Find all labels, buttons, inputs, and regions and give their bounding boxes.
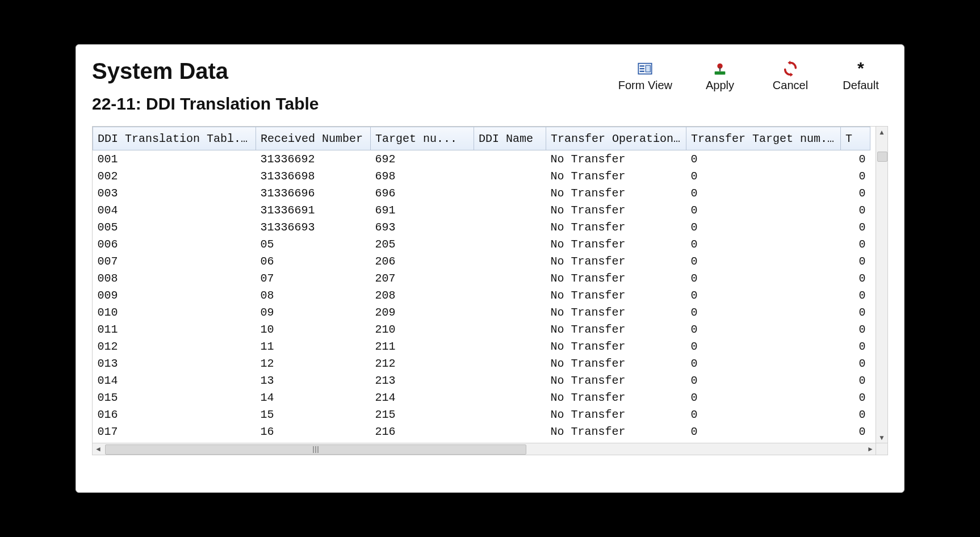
cell-ddi-name[interactable] bbox=[474, 406, 546, 423]
cell-transfer-target[interactable]: 0 bbox=[686, 304, 841, 321]
col-ddi-name[interactable]: DDI Name bbox=[474, 127, 546, 150]
table-row[interactable]: 01211211No Transfer00 bbox=[93, 338, 870, 355]
col-target-number[interactable]: Target nu... bbox=[371, 127, 474, 150]
cell-target-number[interactable]: 692 bbox=[371, 150, 474, 168]
table-row[interactable]: 01009209No Transfer00 bbox=[93, 304, 870, 321]
cell-t[interactable]: 0 bbox=[841, 372, 870, 389]
cell-target-number[interactable]: 698 bbox=[371, 167, 474, 184]
cell-t[interactable]: 0 bbox=[841, 270, 870, 287]
cell-transfer-op[interactable]: No Transfer bbox=[546, 236, 686, 253]
cell-received-number[interactable]: 12 bbox=[256, 355, 371, 372]
cell-t[interactable]: 0 bbox=[841, 406, 870, 423]
cell-target-number[interactable]: 215 bbox=[371, 406, 474, 423]
cell-target-number[interactable]: 213 bbox=[371, 372, 474, 389]
cell-ddi-index[interactable]: 009 bbox=[93, 287, 256, 304]
cell-ddi-name[interactable] bbox=[474, 389, 546, 406]
cell-ddi-index[interactable]: 011 bbox=[93, 321, 256, 338]
cell-received-number[interactable]: 15 bbox=[256, 406, 371, 423]
cell-ddi-index[interactable]: 015 bbox=[93, 389, 256, 406]
cell-received-number[interactable]: 31336696 bbox=[256, 184, 371, 202]
vertical-scrollbar[interactable]: ▲ ▼ bbox=[876, 127, 887, 443]
table-row[interactable]: 00331336696696No Transfer00 bbox=[93, 184, 870, 202]
cell-ddi-index[interactable]: 012 bbox=[93, 338, 256, 355]
scroll-down-arrow-icon[interactable]: ▼ bbox=[876, 432, 887, 443]
cell-ddi-name[interactable] bbox=[474, 270, 546, 287]
cell-ddi-index[interactable]: 007 bbox=[93, 253, 256, 270]
cell-transfer-target[interactable]: 0 bbox=[686, 219, 841, 236]
scroll-left-arrow-icon[interactable]: ◄ bbox=[93, 443, 104, 455]
cell-received-number[interactable]: 05 bbox=[256, 236, 371, 253]
cell-ddi-name[interactable] bbox=[474, 321, 546, 338]
cell-ddi-index[interactable]: 006 bbox=[93, 236, 256, 253]
cell-target-number[interactable]: 207 bbox=[371, 270, 474, 287]
cell-received-number[interactable]: 07 bbox=[256, 270, 371, 287]
cell-received-number[interactable]: 06 bbox=[256, 253, 371, 270]
cell-ddi-name[interactable] bbox=[474, 253, 546, 270]
col-t[interactable]: T bbox=[841, 127, 870, 150]
cell-target-number[interactable]: 696 bbox=[371, 184, 474, 202]
table-row[interactable]: 01615215No Transfer00 bbox=[93, 406, 870, 423]
cell-transfer-op[interactable]: No Transfer bbox=[546, 338, 686, 355]
cell-target-number[interactable]: 208 bbox=[371, 287, 474, 304]
table-row[interactable]: 01514214No Transfer00 bbox=[93, 389, 870, 406]
cell-t[interactable]: 0 bbox=[841, 167, 870, 184]
cell-ddi-index[interactable]: 001 bbox=[93, 150, 256, 168]
cell-transfer-target[interactable]: 0 bbox=[686, 202, 841, 219]
cell-target-number[interactable]: 209 bbox=[371, 304, 474, 321]
cell-received-number[interactable]: 10 bbox=[256, 321, 371, 338]
scroll-right-arrow-icon[interactable]: ► bbox=[865, 443, 876, 455]
cell-target-number[interactable]: 210 bbox=[371, 321, 474, 338]
cell-transfer-target[interactable]: 0 bbox=[686, 338, 841, 355]
table-row[interactable]: 00706206No Transfer00 bbox=[93, 253, 870, 270]
cell-t[interactable]: 0 bbox=[841, 219, 870, 236]
cell-target-number[interactable]: 211 bbox=[371, 338, 474, 355]
col-transfer-op[interactable]: Transfer Operation ... bbox=[546, 127, 686, 150]
cell-transfer-op[interactable]: No Transfer bbox=[546, 184, 686, 202]
table-row[interactable]: 00908208No Transfer00 bbox=[93, 287, 870, 304]
cell-received-number[interactable]: 08 bbox=[256, 287, 371, 304]
cell-transfer-op[interactable]: No Transfer bbox=[546, 355, 686, 372]
vertical-scroll-thumb[interactable] bbox=[877, 152, 887, 162]
cell-ddi-name[interactable] bbox=[474, 338, 546, 355]
cell-ddi-name[interactable] bbox=[474, 355, 546, 372]
cell-transfer-target[interactable]: 0 bbox=[686, 406, 841, 423]
cell-received-number[interactable]: 31336693 bbox=[256, 219, 371, 236]
cell-ddi-name[interactable] bbox=[474, 167, 546, 184]
cell-transfer-op[interactable]: No Transfer bbox=[546, 321, 686, 338]
cell-t[interactable]: 0 bbox=[841, 287, 870, 304]
table-row[interactable]: 00605205No Transfer00 bbox=[93, 236, 870, 253]
table-row[interactable]: 00131336692692No Transfer00 bbox=[93, 150, 870, 168]
table-row[interactable]: 01312212No Transfer00 bbox=[93, 355, 870, 372]
cell-transfer-op[interactable]: No Transfer bbox=[546, 202, 686, 219]
table-row[interactable]: 01413213No Transfer00 bbox=[93, 372, 870, 389]
cell-transfer-target[interactable]: 0 bbox=[686, 236, 841, 253]
table-row[interactable]: 00231336698698No Transfer00 bbox=[93, 167, 870, 184]
cell-transfer-op[interactable]: No Transfer bbox=[546, 253, 686, 270]
cell-ddi-index[interactable]: 008 bbox=[93, 270, 256, 287]
cell-target-number[interactable]: 691 bbox=[371, 202, 474, 219]
apply-button[interactable]: Apply bbox=[697, 61, 743, 92]
cell-t[interactable]: 0 bbox=[841, 184, 870, 202]
cell-ddi-index[interactable]: 013 bbox=[93, 355, 256, 372]
cell-received-number[interactable]: 31336692 bbox=[256, 150, 371, 168]
cell-transfer-op[interactable]: No Transfer bbox=[546, 150, 686, 168]
cell-ddi-index[interactable]: 014 bbox=[93, 372, 256, 389]
cell-transfer-target[interactable]: 0 bbox=[686, 150, 841, 168]
cell-ddi-index[interactable]: 005 bbox=[93, 219, 256, 236]
table-row[interactable]: 01716216No Transfer00 bbox=[93, 423, 870, 440]
cell-received-number[interactable]: 31336691 bbox=[256, 202, 371, 219]
scroll-up-arrow-icon[interactable]: ▲ bbox=[876, 127, 887, 138]
col-transfer-target[interactable]: Transfer Target num... bbox=[686, 127, 841, 150]
cell-target-number[interactable]: 212 bbox=[371, 355, 474, 372]
cell-t[interactable]: 0 bbox=[841, 202, 870, 219]
cell-ddi-index[interactable]: 002 bbox=[93, 167, 256, 184]
cell-ddi-name[interactable] bbox=[474, 150, 546, 168]
cell-t[interactable]: 0 bbox=[841, 253, 870, 270]
table-row[interactable]: 00431336691691No Transfer00 bbox=[93, 202, 870, 219]
cell-transfer-op[interactable]: No Transfer bbox=[546, 423, 686, 440]
cell-ddi-name[interactable] bbox=[474, 236, 546, 253]
cell-transfer-op[interactable]: No Transfer bbox=[546, 372, 686, 389]
cell-t[interactable]: 0 bbox=[841, 355, 870, 372]
table-row[interactable]: 00531336693693No Transfer00 bbox=[93, 219, 870, 236]
cell-target-number[interactable]: 206 bbox=[371, 253, 474, 270]
